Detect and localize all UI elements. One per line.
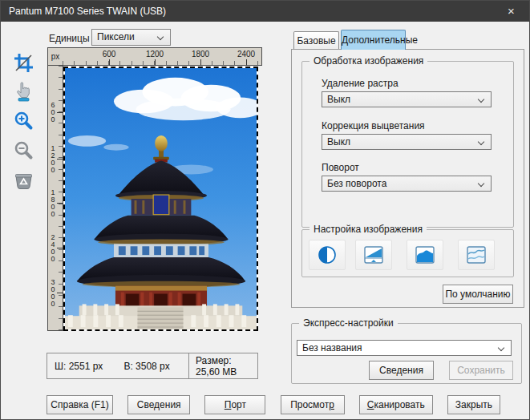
zoom-out-icon	[13, 139, 34, 161]
v-tick-label: 600	[49, 101, 57, 123]
h-tick-label: 2400	[230, 50, 262, 59]
window-title: Pantum M7100 Series TWAIN (USB)	[1, 6, 166, 17]
ruler-unit-box: px	[47, 47, 63, 66]
saturation-icon	[415, 244, 435, 265]
rotation-dropdown[interactable]: Без поворота	[322, 176, 492, 192]
descreen-label: Удаление растра	[322, 78, 399, 89]
chevron-down-icon	[498, 345, 504, 351]
advanced-tab-panel: Обработка изображения Удаление растра Вы…	[291, 49, 524, 308]
preset-dropdown[interactable]: Без названия	[297, 340, 512, 356]
h-tick-label: 600	[93, 50, 125, 59]
height-value: В: 3508 px	[123, 361, 169, 372]
preset-details-button[interactable]: Сведения	[369, 361, 434, 380]
units-dropdown[interactable]: Пиксели	[91, 29, 171, 46]
help-button[interactable]: Справка (F1)	[47, 395, 113, 414]
tab-basic[interactable]: Базовые	[293, 31, 339, 50]
brightness-button[interactable]	[355, 240, 392, 270]
express-settings-group: Экспресс-настройки Без названия Сведения…	[291, 323, 522, 384]
scan-button[interactable]: Сканировать	[359, 395, 433, 414]
crop-tool-button[interactable]	[13, 52, 34, 74]
size-box: Размер: 25,60 MB	[188, 353, 258, 379]
zoom-out-tool-button[interactable]	[13, 139, 34, 161]
v-tick-label: 2400	[49, 233, 57, 262]
pan-tool-button[interactable]	[13, 81, 34, 103]
h-tick-label: 1200	[139, 50, 171, 59]
units-label: Единицы	[49, 33, 90, 44]
curves-button[interactable]	[458, 240, 495, 270]
zoom-in-tool-button[interactable]	[13, 110, 34, 131]
temple-of-heaven-photo	[65, 68, 257, 329]
v-tick-label: 1200	[49, 144, 57, 173]
fading-correction-dropdown[interactable]: Выкл	[322, 134, 492, 150]
image-adjustment-group: Настройка изображения	[301, 229, 514, 277]
tab-advanced[interactable]: Дополнительные	[341, 30, 406, 50]
v-tick-label: 1800	[49, 188, 57, 217]
chevron-down-icon	[478, 180, 484, 187]
ruler-minor-ticks	[59, 66, 63, 330]
units-value: Пиксели	[97, 31, 135, 42]
preview-button[interactable]: Просмотр	[281, 395, 345, 414]
curves-icon	[466, 244, 487, 265]
footer-buttons: Справка (F1) Сведения Порт Просмотр Скан…	[47, 395, 500, 414]
close-icon[interactable]: ×	[493, 1, 529, 22]
rotation-label: Поворот	[322, 162, 359, 173]
hand-icon	[13, 81, 34, 103]
contrast-icon	[317, 244, 338, 265]
chevron-down-icon	[478, 139, 484, 145]
fading-correction-label: Коррекция выцветания	[322, 120, 425, 131]
chevron-down-icon	[478, 96, 484, 103]
contrast-button[interactable]	[309, 240, 346, 270]
horizontal-ruler: 600 1200 1800 2400	[63, 47, 262, 66]
vertical-ruler: 600 1200 1800 2400 3000	[47, 66, 63, 331]
preview-image[interactable]	[63, 67, 258, 331]
group-title: Обработка изображения	[310, 55, 427, 67]
ruler-minor-ticks	[63, 61, 261, 65]
preset-save-button[interactable]: Сохранить	[449, 361, 513, 380]
descreen-dropdown[interactable]: Выкл	[322, 91, 492, 107]
close-button[interactable]: Закрыть	[447, 395, 500, 414]
default-button[interactable]: По умолчанию	[443, 285, 513, 304]
group-title: Экспресс-настройки	[299, 317, 398, 329]
title-bar: Pantum M7100 Series TWAIN (USB) ×	[1, 1, 529, 22]
delete-preview-button[interactable]	[13, 170, 34, 192]
width-value: Ш: 2551 px	[55, 361, 103, 372]
zoom-in-icon	[13, 110, 34, 131]
dimensions-box: Ш: 2551 px В: 3508 px	[47, 353, 189, 379]
info-button[interactable]: Сведения	[127, 395, 190, 414]
crop-icon	[13, 52, 34, 74]
group-title: Настройка изображения	[310, 224, 427, 235]
size-value: Размер: 25,60 MB	[196, 355, 257, 378]
brightness-icon	[363, 244, 384, 265]
recycle-bin-icon	[13, 170, 34, 192]
saturation-button[interactable]	[407, 240, 443, 270]
h-tick-label: 1800	[184, 50, 216, 59]
image-processing-group: Обработка изображения Удаление растра Вы…	[301, 61, 514, 228]
port-button[interactable]: Порт	[204, 395, 265, 414]
v-tick-label: 3000	[49, 278, 57, 307]
chevron-down-icon	[157, 34, 164, 40]
